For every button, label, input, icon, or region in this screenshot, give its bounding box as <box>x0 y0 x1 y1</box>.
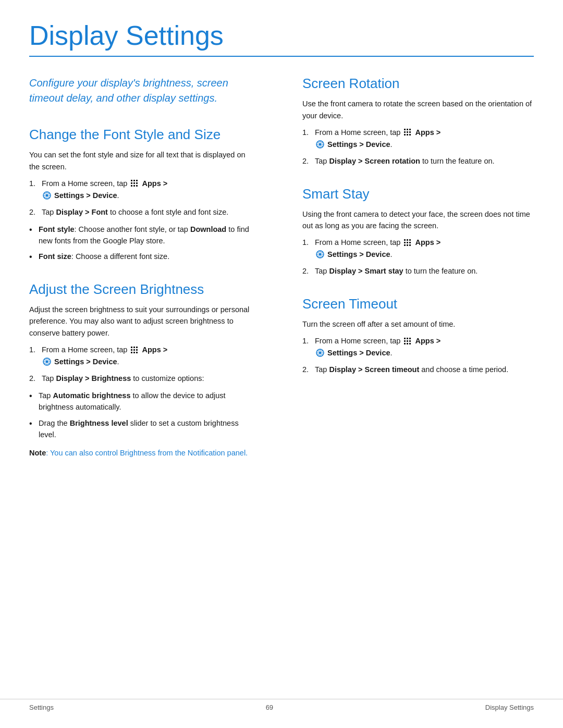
svg-rect-55 <box>407 343 408 344</box>
svg-rect-3 <box>131 182 132 184</box>
svg-rect-37 <box>407 239 408 241</box>
svg-rect-56 <box>409 343 411 344</box>
svg-rect-42 <box>404 244 406 246</box>
font-section-body: You can set the font style and size for … <box>29 149 255 172</box>
apps-grid-icon-5 <box>403 337 412 346</box>
svg-rect-50 <box>409 338 411 339</box>
apps-grid-icon <box>130 179 139 188</box>
svg-rect-25 <box>407 129 408 130</box>
svg-rect-15 <box>131 349 132 351</box>
smart-stay-steps-list: 1. From a Home screen, tap <box>302 237 534 277</box>
font-steps-list: 1. From a Home screen, tap <box>29 178 255 218</box>
screen-timeout-section-body: Turn the screen off after a set amount o… <box>302 318 534 330</box>
brightness-bullet-1: Tap Automatic brightness to allow the de… <box>29 390 255 413</box>
svg-point-35 <box>319 143 322 145</box>
footer-right: Display Settings <box>485 704 534 711</box>
font-step-2-content: Tap Display > Font to choose a font styl… <box>42 206 255 218</box>
svg-rect-39 <box>404 242 406 243</box>
apps-grid-icon-4 <box>403 239 412 247</box>
svg-rect-53 <box>409 340 411 342</box>
svg-rect-13 <box>133 347 135 348</box>
screen-timeout-step-1-num: 1. <box>302 335 312 359</box>
font-step-1: 1. From a Home screen, tap <box>29 178 255 201</box>
brightness-bullet-2-label: Brightness level <box>70 419 128 427</box>
brightness-section-body: Adjust the screen brightness to suit you… <box>29 304 255 339</box>
rotation-step-1-content: From a Home screen, tap <box>315 127 534 150</box>
svg-rect-12 <box>131 347 132 348</box>
page-container: Display Settings Configure your display'… <box>0 0 563 500</box>
intro-text: Configure your display's brightness, scr… <box>29 76 255 106</box>
rotation-step-1-apps: Apps > <box>415 128 440 137</box>
smart-stay-step-2: 2. Tap Display > Smart stay to turn the … <box>302 265 534 277</box>
font-bullets: Font style: Choose another font style, o… <box>29 224 255 263</box>
svg-rect-20 <box>136 352 138 353</box>
svg-rect-8 <box>136 185 138 187</box>
svg-point-47 <box>319 253 322 256</box>
page-footer: Settings 69 Display Settings <box>0 699 563 711</box>
rotation-step-2-num: 2. <box>302 155 312 167</box>
rotation-step-1-num: 1. <box>302 127 312 150</box>
screen-timeout-step-2-bold: Display > Screen timeout <box>329 365 419 374</box>
brightness-bullet-2: Drag the Brightness level slider to set … <box>29 417 255 441</box>
font-bullet-1-label: Font style <box>39 225 74 233</box>
brightness-step-1-settings: Settings > Device <box>54 357 117 366</box>
svg-rect-17 <box>136 349 138 351</box>
svg-rect-24 <box>404 129 406 130</box>
rotation-step-2: 2. Tap Display > Screen rotation to turn… <box>302 155 534 167</box>
rotation-section-body: Use the front camera to rotate the scree… <box>302 98 534 121</box>
svg-rect-52 <box>407 340 408 342</box>
right-column: Screen Rotation Use the front camera to … <box>297 76 534 459</box>
svg-rect-4 <box>133 182 135 184</box>
rotation-step-1-settings: Settings > Device <box>327 140 390 149</box>
svg-rect-5 <box>136 182 138 184</box>
svg-rect-54 <box>404 343 406 344</box>
smart-stay-step-2-content: Tap Display > Smart stay to turn the fea… <box>315 265 534 277</box>
brightness-step-2-content: Tap Display > Brightness to customize op… <box>42 373 255 384</box>
svg-rect-28 <box>407 131 408 133</box>
smart-stay-step-1-apps: Apps > <box>415 238 440 246</box>
font-bullet-2-label: Font size <box>39 252 71 261</box>
settings-gear-icon-5 <box>316 349 324 357</box>
svg-rect-29 <box>409 131 411 133</box>
brightness-step-1-num: 1. <box>29 344 39 367</box>
settings-gear-icon-1 <box>43 191 51 200</box>
page-title: Display Settings <box>29 21 534 51</box>
screen-timeout-section-title: Screen Timeout <box>302 296 534 312</box>
smart-stay-step-2-num: 2. <box>302 265 312 277</box>
svg-rect-16 <box>133 349 135 351</box>
font-step-1-apps: Apps > <box>142 179 167 188</box>
smart-stay-section-body: Using the front camera to detect your fa… <box>302 208 534 232</box>
brightness-step-2: 2. Tap Display > Brightness to customize… <box>29 373 255 384</box>
brightness-section-title: Adjust the Screen Brightness <box>29 281 255 298</box>
apps-grid-icon-2 <box>130 346 139 354</box>
svg-rect-6 <box>131 185 132 187</box>
brightness-bullets: Tap Automatic brightness to allow the de… <box>29 390 255 441</box>
smart-stay-step-2-bold: Display > Smart stay <box>329 267 403 275</box>
font-step-1-settings: Settings > Device <box>54 191 117 200</box>
svg-rect-0 <box>131 180 132 181</box>
svg-rect-14 <box>136 347 138 348</box>
title-divider <box>29 56 534 57</box>
svg-rect-31 <box>407 134 408 135</box>
screen-timeout-step-2: 2. Tap Display > Screen timeout and choo… <box>302 364 534 375</box>
screen-timeout-step-1-settings: Settings > Device <box>327 349 390 357</box>
svg-rect-30 <box>404 134 406 135</box>
brightness-step-2-bold: Display > Brightness <box>56 374 131 382</box>
smart-stay-section-title: Smart Stay <box>302 186 534 202</box>
two-col-layout: Configure your display's brightness, scr… <box>29 76 534 459</box>
svg-rect-48 <box>404 338 406 339</box>
font-step-2: 2. Tap Display > Font to choose a font s… <box>29 206 255 218</box>
smart-stay-step-1-content: From a Home screen, tap <box>315 237 534 260</box>
brightness-step-1-apps: Apps > <box>142 346 167 354</box>
font-bullet-2: Font size: Choose a different font size. <box>29 251 255 262</box>
apps-grid-icon-3 <box>403 128 412 137</box>
brightness-bullet-1-label: Automatic brightness <box>53 391 130 400</box>
svg-point-23 <box>46 360 48 363</box>
footer-center: 69 <box>266 704 273 711</box>
settings-gear-icon-4 <box>316 250 324 258</box>
footer-left: Settings <box>29 704 54 711</box>
svg-rect-26 <box>409 129 411 130</box>
brightness-step-1: 1. From a Home screen, tap <box>29 344 255 367</box>
screen-timeout-step-1-apps: Apps > <box>415 337 440 345</box>
svg-rect-49 <box>407 338 408 339</box>
